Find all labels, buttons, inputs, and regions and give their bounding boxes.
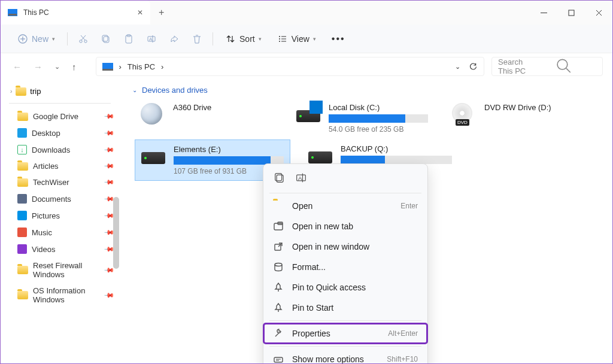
pin-icon: 📌	[103, 160, 114, 172]
share-button[interactable]	[165, 30, 184, 48]
ctx-rename-button[interactable]: A	[295, 171, 308, 184]
folder-icon	[17, 113, 28, 121]
svg-line-10	[81, 35, 85, 40]
videos-icon	[17, 244, 27, 254]
dvd-icon: DVD	[452, 103, 472, 123]
sidebar-item-reset-firewall-windows[interactable]: Reset Firewall Windows📌	[1, 257, 119, 283]
drive-dvd-rw-drive-d-[interactable]: DVDDVD RW Drive (D:)	[446, 98, 590, 138]
format-icon	[273, 262, 284, 272]
sidebar: › trip Google Drive📌Desktop📌↓Downloads📌A…	[1, 80, 119, 363]
minimize-button[interactable]	[530, 1, 557, 25]
navbar: ← → ⌄ ↑ › This PC › ⌄ Search This PC	[1, 53, 612, 80]
sidebar-item-trip[interactable]: › trip	[1, 84, 119, 98]
this-pc-icon	[8, 9, 17, 16]
pin-icon: 📌	[103, 127, 114, 138]
more-icon	[273, 354, 284, 364]
ctx-properties[interactable]: PropertiesAlt+Enter	[263, 323, 427, 344]
breadcrumb-segment[interactable]: This PC	[128, 62, 155, 71]
svg-point-20	[279, 41, 280, 42]
ctx-pin-to-start[interactable]: Pin to Start	[263, 298, 427, 318]
chevron-down-icon: ▾	[259, 36, 262, 42]
new-button[interactable]: New ▾	[11, 30, 61, 48]
sidebar-item-downloads[interactable]: ↓Downloads📌	[1, 141, 119, 158]
search-placeholder: Search This PC	[498, 57, 533, 75]
search-input[interactable]: Search This PC	[491, 57, 603, 76]
drive-a360-drive[interactable]: A360 Drive	[135, 98, 278, 138]
copy-button[interactable]	[96, 30, 116, 48]
a360-icon	[141, 103, 162, 125]
wrench-icon	[273, 328, 284, 339]
pin-icon: 📌	[103, 144, 114, 155]
sidebar-item-music[interactable]: Music📌	[1, 224, 119, 241]
ctx-open-in-new-tab[interactable]: Open in new tab	[263, 216, 427, 236]
svg-rect-1	[569, 10, 574, 16]
documents-icon	[17, 194, 27, 204]
back-button[interactable]: ←	[10, 59, 24, 74]
external-icon	[273, 241, 284, 252]
hdd-icon	[308, 151, 332, 163]
delete-button[interactable]	[187, 30, 207, 48]
sidebar-item-articles[interactable]: Articles📌	[1, 158, 119, 174]
svg-point-7	[80, 40, 82, 42]
folder-icon	[17, 162, 28, 171]
desktop-icon	[17, 128, 27, 138]
tab-icon	[273, 221, 284, 232]
sidebar-item-os-information-windows[interactable]: OS Information Windows📌	[1, 283, 119, 308]
ctx-format-[interactable]: Format...	[263, 257, 427, 277]
sort-button[interactable]: Sort ▾	[219, 30, 268, 48]
section-devices-drives[interactable]: ⌄ Devices and drives	[119, 82, 612, 98]
drive-local-disk-c-[interactable]: Local Disk (C:)54.0 GB free of 235 GB	[290, 98, 434, 138]
svg-line-9	[81, 35, 86, 40]
refresh-button[interactable]	[469, 62, 478, 71]
breadcrumb-dropdown[interactable]: ⌄	[455, 63, 460, 71]
context-menu: A OpenEnterOpen in new tabOpen in new wi…	[263, 163, 428, 364]
scrollbar[interactable]	[113, 197, 119, 269]
maximize-button[interactable]	[557, 1, 585, 25]
folder-icon	[17, 291, 28, 299]
search-icon	[533, 57, 596, 75]
ctx-copy-button[interactable]	[273, 171, 286, 184]
sidebar-item-videos[interactable]: Videos📌	[1, 241, 119, 257]
downloads-icon: ↓	[17, 145, 27, 154]
close-tab-icon[interactable]: ✕	[137, 8, 143, 17]
folder-icon	[17, 178, 28, 187]
svg-point-8	[84, 40, 87, 42]
sidebar-item-pictures[interactable]: Pictures📌	[1, 207, 119, 224]
ctx-show-more-options[interactable]: Show more optionsShift+F10	[263, 349, 427, 364]
this-pc-icon	[102, 63, 113, 71]
tab-this-pc[interactable]: This PC ✕	[1, 1, 150, 25]
breadcrumb[interactable]: › This PC › ⌄	[96, 57, 485, 76]
ctx-pin-to-quick-access[interactable]: Pin to Quick access	[263, 277, 427, 298]
new-tab-button[interactable]: +	[159, 7, 164, 18]
chevron-right-icon: ›	[10, 88, 12, 95]
svg-point-19	[279, 38, 280, 40]
music-icon	[17, 228, 27, 237]
folder-icon	[17, 266, 28, 274]
folder-icon	[16, 87, 26, 96]
svg-text:A: A	[149, 37, 153, 42]
ctx-open-in-new-window[interactable]: Open in new window	[263, 236, 427, 257]
ctx-open[interactable]: OpenEnter	[263, 196, 427, 216]
pin-icon: 📌	[103, 177, 114, 188]
close-window-button[interactable]	[585, 1, 612, 25]
pictures-icon	[17, 211, 27, 220]
sidebar-item-documents[interactable]: Documents📌	[1, 190, 119, 207]
recent-button[interactable]: ⌄	[52, 60, 62, 73]
forward-button[interactable]: →	[31, 59, 45, 74]
cut-button[interactable]	[74, 30, 93, 48]
chevron-down-icon: ⌄	[132, 87, 137, 93]
paste-button[interactable]	[119, 30, 138, 48]
sidebar-item-desktop[interactable]: Desktop📌	[1, 125, 119, 141]
sidebar-item-techwiser[interactable]: TechWiser📌	[1, 174, 119, 190]
rename-button[interactable]: A	[142, 30, 161, 48]
view-button[interactable]: View ▾	[271, 30, 322, 48]
more-button[interactable]: •••	[326, 30, 351, 48]
svg-text:A: A	[298, 175, 302, 181]
sidebar-item-google-drive[interactable]: Google Drive📌	[1, 108, 119, 125]
pin-icon: 📌	[103, 111, 114, 122]
chevron-down-icon: ▾	[52, 36, 55, 42]
toolbar: New ▾ A Sort ▾ View ▾ •••	[1, 25, 612, 53]
folder-yellow-icon	[273, 201, 284, 211]
up-button[interactable]: ↑	[69, 59, 79, 74]
pin-icon: 📌	[103, 289, 114, 301]
